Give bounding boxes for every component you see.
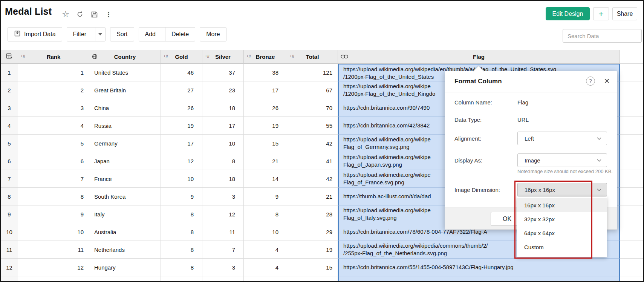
- gold-cell[interactable]: 9: [161, 188, 202, 205]
- row-number-cell[interactable]: 2: [1, 81, 18, 99]
- search-input[interactable]: [563, 29, 642, 43]
- gold-cell[interactable]: 46: [161, 64, 202, 81]
- country-cell[interactable]: Netherlands: [89, 241, 161, 259]
- total-cell[interactable]: 29: [287, 223, 338, 241]
- bronze-cell[interactable]: 19: [244, 117, 287, 135]
- silver-cell[interactable]: 17: [202, 117, 244, 135]
- row-number-cell[interactable]: 5: [1, 135, 18, 152]
- row-number-cell[interactable]: 10: [1, 223, 18, 241]
- sort-button[interactable]: Sort: [110, 27, 134, 41]
- alignment-select[interactable]: Left: [517, 132, 607, 145]
- gold-cell[interactable]: 19: [161, 117, 202, 135]
- country-cell[interactable]: Italy: [89, 205, 161, 223]
- select-all-header-cell[interactable]: [1, 50, 18, 64]
- gold-cell[interactable]: 8: [161, 241, 202, 259]
- bronze-cell[interactable]: 26: [244, 99, 287, 117]
- silver-cell[interactable]: 10: [202, 135, 244, 152]
- silver-cell[interactable]: 23: [202, 81, 244, 99]
- row-number-cell[interactable]: 6: [1, 152, 18, 170]
- rank-cell[interactable]: 8: [18, 188, 89, 205]
- rank-cell[interactable]: 10: [18, 223, 89, 241]
- total-cell[interactable]: 67: [287, 81, 338, 99]
- silver-cell[interactable]: 12: [202, 205, 244, 223]
- image-dimension-select[interactable]: 16px x 16px: [517, 183, 607, 196]
- import-data-button[interactable]: Import Data: [8, 27, 62, 41]
- rank-cell[interactable]: 5: [18, 135, 89, 152]
- add-component-button[interactable]: +: [593, 7, 609, 20]
- row-number-cell[interactable]: 11: [1, 241, 18, 259]
- rank-cell[interactable]: 2: [18, 81, 89, 99]
- add-button[interactable]: Add: [139, 28, 162, 41]
- bronze-cell[interactable]: 38: [244, 64, 287, 81]
- total-cell[interactable]: 42: [287, 170, 338, 188]
- bronze-cell[interactable]: 10: [244, 223, 287, 241]
- country-cell[interactable]: France: [89, 170, 161, 188]
- total-cell[interactable]: 21: [287, 188, 338, 205]
- edit-design-button[interactable]: Edit Design: [546, 7, 590, 20]
- country-cell[interactable]: Great Britain: [89, 81, 161, 99]
- filter-button[interactable]: Filter: [67, 28, 92, 41]
- total-cell[interactable]: 121: [287, 64, 338, 81]
- country-cell[interactable]: China: [89, 99, 161, 117]
- row-number-cell[interactable]: 9: [1, 205, 18, 223]
- rank-cell[interactable]: 9: [18, 205, 89, 223]
- silver-cell[interactable]: 11: [202, 223, 244, 241]
- refresh-icon[interactable]: [75, 10, 84, 19]
- delete-button[interactable]: Delete: [165, 28, 195, 41]
- gold-cell[interactable]: 17: [161, 135, 202, 152]
- total-cell[interactable]: 28: [287, 205, 338, 223]
- total-cell[interactable]: 15: [287, 259, 338, 276]
- close-icon[interactable]: ✕: [604, 77, 610, 86]
- country-cell[interactable]: Japan: [89, 152, 161, 170]
- silver-cell[interactable]: 3: [202, 188, 244, 205]
- column-header-silver[interactable]: +# Silver: [202, 50, 244, 64]
- more-options-kebab-icon[interactable]: ⋮: [104, 10, 113, 19]
- gold-cell[interactable]: 26: [161, 99, 202, 117]
- gold-cell[interactable]: 8: [161, 205, 202, 223]
- silver-cell[interactable]: 3: [202, 259, 244, 276]
- silver-cell[interactable]: 18: [202, 99, 244, 117]
- dropdown-option[interactable]: 32px x 32px: [517, 212, 607, 226]
- gold-cell[interactable]: 8: [161, 259, 202, 276]
- total-cell[interactable]: 19: [287, 241, 338, 259]
- bronze-cell[interactable]: 9: [244, 188, 287, 205]
- row-number-cell[interactable]: 1: [1, 64, 18, 81]
- favorite-star-icon[interactable]: ☆: [61, 10, 70, 19]
- column-header-rank[interactable]: +# Rank: [18, 50, 89, 64]
- column-header-total[interactable]: +# Total: [287, 50, 338, 64]
- rank-cell[interactable]: 6: [18, 152, 89, 170]
- rank-cell[interactable]: 12: [18, 259, 89, 276]
- silver-cell[interactable]: 37: [202, 64, 244, 81]
- row-number-cell[interactable]: 7: [1, 170, 18, 188]
- country-cell[interactable]: South Korea: [89, 188, 161, 205]
- bronze-cell[interactable]: 4: [244, 259, 287, 276]
- country-cell[interactable]: Russia: [89, 117, 161, 135]
- gold-cell[interactable]: 12: [161, 152, 202, 170]
- more-button[interactable]: More: [200, 27, 226, 41]
- flag-url-text[interactable]: https://cdn.britannica.com/90/7490: [343, 104, 430, 112]
- column-header-bronze[interactable]: +# Bronze: [244, 50, 287, 64]
- column-header-country[interactable]: Country: [89, 50, 161, 64]
- country-cell[interactable]: Hungary: [89, 259, 161, 276]
- rank-cell[interactable]: 4: [18, 117, 89, 135]
- gold-cell[interactable]: 10: [161, 170, 202, 188]
- share-button[interactable]: Share: [612, 7, 637, 20]
- save-icon[interactable]: [90, 10, 99, 19]
- row-number-cell[interactable]: 3: [1, 99, 18, 117]
- row-number-cell[interactable]: 4: [1, 117, 18, 135]
- flag-url-cell[interactable]: https://cdn.britannica.com/55/1455-004-5…: [338, 259, 620, 276]
- silver-cell[interactable]: 7: [202, 241, 244, 259]
- table-row[interactable]: 1212Hungary83415https://cdn.britannica.c…: [1, 259, 643, 276]
- silver-cell[interactable]: 8: [202, 152, 244, 170]
- rank-cell[interactable]: 3: [18, 99, 89, 117]
- filter-dropdown-button[interactable]: [95, 28, 105, 41]
- bronze-cell[interactable]: 17: [244, 81, 287, 99]
- bronze-cell[interactable]: 4: [244, 241, 287, 259]
- row-number-cell[interactable]: 12: [1, 259, 18, 276]
- rank-cell[interactable]: 11: [18, 241, 89, 259]
- dropdown-option[interactable]: 16px x 16px: [517, 198, 607, 212]
- rank-cell[interactable]: 7: [18, 170, 89, 188]
- country-cell[interactable]: Australia: [89, 223, 161, 241]
- flag-url-text[interactable]: https://cdn.britannica.com/55/1455-004-5…: [343, 264, 514, 271]
- bronze-cell[interactable]: 8: [244, 205, 287, 223]
